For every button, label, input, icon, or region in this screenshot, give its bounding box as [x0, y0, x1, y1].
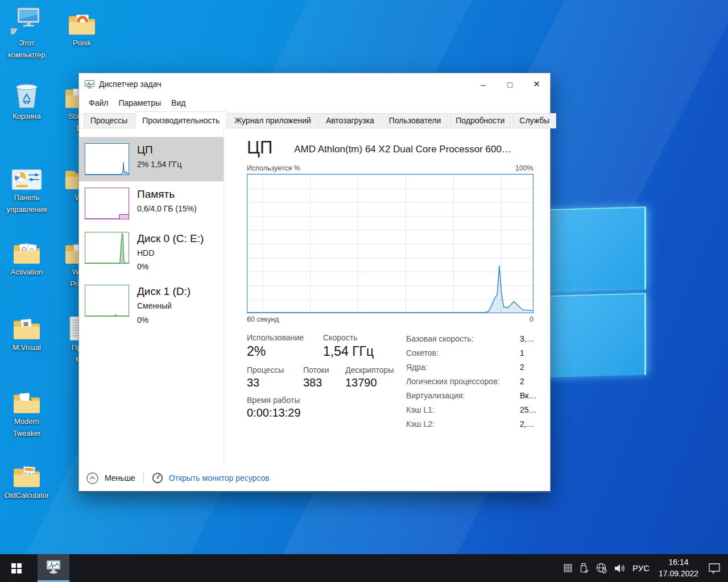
desktop-icon-activation[interactable]: Activation	[2, 234, 52, 280]
tab-users[interactable]: Пользователи	[382, 113, 448, 128]
window-footer: Меньше Открыть монитор ресурсов	[79, 465, 550, 491]
resource-monitor-icon	[152, 472, 163, 484]
stat-label: Потоки	[303, 365, 345, 375]
desktop-icon-label: Tweaker	[2, 429, 52, 439]
tab-services[interactable]: Службы	[512, 113, 556, 128]
cpu-heading: ЦП	[247, 139, 272, 156]
desktop-icon-control-panel[interactable]: Панель управления	[2, 159, 52, 215]
sidebar-memory-stats: 0,6/4,0 ГБ (15%)	[137, 203, 197, 214]
sidebar-disk0-usage: 0%	[137, 261, 204, 272]
windows-logo-icon	[11, 563, 22, 573]
graph-xmax: 60 секунд	[247, 315, 279, 323]
stat-value: 25…	[520, 405, 537, 414]
minimize-icon: –	[481, 80, 485, 89]
cpu-model-name: AMD Athlon(tm) 64 X2 Dual Core Processor…	[294, 144, 533, 156]
tab-app-history[interactable]: Журнал приложений	[228, 113, 318, 128]
taskbar-task-manager-button[interactable]	[38, 554, 69, 582]
sidebar-item-memory[interactable]: Память 0,6/4,0 ГБ (15%)	[79, 181, 224, 226]
tab-processes[interactable]: Процессы	[84, 113, 134, 128]
system-tray: РУС 16:14 17.09.2022	[563, 554, 728, 582]
tab-bar: Процессы Производительность Журнал прило…	[79, 111, 550, 128]
window-title: Диспетчер задач	[99, 80, 162, 89]
start-button[interactable]	[0, 554, 33, 582]
desktop-icon-modern-tweaker[interactable]: Modern Tweaker	[2, 383, 52, 439]
minimize-button[interactable]: –	[470, 73, 497, 95]
chevron-up-circle-icon[interactable]	[86, 472, 99, 485]
desktop-icon-poisk[interactable]: Poisk	[57, 5, 107, 51]
windows-logo-pane-top	[542, 206, 646, 292]
graph-ylabel: Используется %	[247, 164, 300, 172]
desktop-icon-oldcalculator[interactable]: OldCalculator	[2, 457, 52, 503]
stat-value: Вк…	[520, 391, 536, 400]
mvisual-folder-icon	[2, 309, 52, 341]
sidebar-cpu-title: ЦП	[137, 144, 181, 156]
desktop-icon-recycle-bin[interactable]: Корзина	[2, 78, 52, 124]
stat-label: Использование	[247, 333, 323, 342]
stat-label: Ядра:	[406, 363, 520, 372]
stat-value: 2,…	[520, 419, 535, 429]
sidebar-item-cpu[interactable]: ЦП 2% 1,54 ГГц	[79, 137, 224, 181]
stat-label: Кэш L1:	[406, 405, 520, 414]
maximize-button[interactable]: □	[497, 73, 523, 95]
stat-label: Сокетов:	[406, 348, 520, 357]
desktop-icon-mvisual[interactable]: M.Visual	[2, 309, 52, 355]
memory-mini-graph	[85, 188, 129, 219]
taskbar: РУС 16:14 17.09.2022	[0, 554, 728, 582]
task-manager-app-icon	[85, 80, 94, 89]
poisk-folder-icon	[57, 5, 107, 36]
close-button[interactable]: ✕	[523, 73, 550, 95]
close-icon: ✕	[533, 79, 540, 89]
stat-label: Виртуализация:	[406, 391, 520, 400]
task-manager-icon	[45, 559, 62, 576]
stat-value: 33	[247, 376, 303, 389]
stat-label: Процессы	[247, 365, 303, 375]
disk1-mini-graph	[85, 285, 129, 317]
desktop-icon-this-pc[interactable]: Этот компьютер	[2, 5, 52, 60]
desktop-icon-label: Корзина	[2, 112, 52, 122]
desktop-icon-label: компьютер	[2, 51, 52, 60]
menu-view[interactable]: Вид	[166, 96, 191, 110]
desktop-icon-label: Modern	[2, 417, 52, 427]
sidebar-memory-title: Память	[137, 188, 197, 201]
desktop-icon-label: Activation	[2, 268, 52, 277]
activation-folder-icon	[2, 234, 52, 265]
tab-details[interactable]: Подробности	[449, 113, 511, 128]
tray-grid-icon[interactable]	[563, 563, 573, 573]
cpu-usage-graph	[247, 174, 533, 313]
stat-label: Логических процессоров:	[406, 377, 520, 386]
menu-file[interactable]: Файл	[84, 96, 113, 110]
sidebar-cpu-stats: 2% 1,54 ГГц	[137, 159, 181, 170]
stat-value: 2	[520, 363, 524, 372]
stat-value: 2	[520, 377, 524, 386]
control-panel-icon	[2, 159, 52, 191]
cpu-panel: ЦП AMD Athlon(tm) 64 X2 Dual Core Proces…	[224, 128, 550, 465]
desktop-icon-label: OldCalculator	[2, 491, 52, 501]
stat-label: Кэш L2:	[406, 419, 520, 429]
footer-divider	[143, 473, 144, 483]
desktop-icon-label: Панель	[2, 193, 52, 203]
action-center-icon[interactable]	[708, 562, 721, 575]
modern-tweaker-folder-icon	[2, 383, 52, 415]
volume-icon[interactable]	[614, 563, 626, 574]
cpu-stats-left: Использование 2% Скорость 1,54 ГГц Проце…	[247, 333, 406, 434]
taskbar-clock[interactable]: 16:14 17.09.2022	[656, 557, 701, 579]
performance-sidebar: ЦП 2% 1,54 ГГц Память 0,6/4,0 ГБ (15%)	[79, 128, 224, 465]
graph-ymax: 100%	[515, 164, 533, 172]
cpu-stats-right: Базовая скорость:3,… Сокетов:1 Ядра:2 Ло…	[406, 333, 557, 434]
window-titlebar[interactable]: Диспетчер задач – □ ✕	[79, 73, 550, 95]
sidebar-item-disk0[interactable]: Диск 0 (C: E:) HDD 0%	[79, 226, 224, 278]
this-pc-icon	[2, 5, 52, 36]
tab-performance[interactable]: Производительность	[135, 111, 226, 128]
usb-safely-remove-icon[interactable]	[579, 563, 589, 574]
language-indicator[interactable]: РУС	[632, 563, 650, 573]
stat-label: Дескрипторы	[345, 365, 394, 375]
open-resource-monitor-link[interactable]: Открыть монитор ресурсов	[169, 473, 270, 483]
network-globe-no-internet-icon[interactable]	[595, 562, 607, 574]
windows-logo-pane-bottom	[542, 293, 646, 377]
menu-options[interactable]: Параметры	[113, 96, 166, 110]
stat-value: 383	[303, 376, 345, 389]
fewer-details-button[interactable]: Меньше	[105, 473, 135, 483]
clock-date: 17.09.2022	[656, 568, 701, 580]
sidebar-item-disk1[interactable]: Диск 1 (D:) Сменный 0%	[79, 278, 224, 331]
tab-startup[interactable]: Автозагрузка	[319, 113, 381, 128]
